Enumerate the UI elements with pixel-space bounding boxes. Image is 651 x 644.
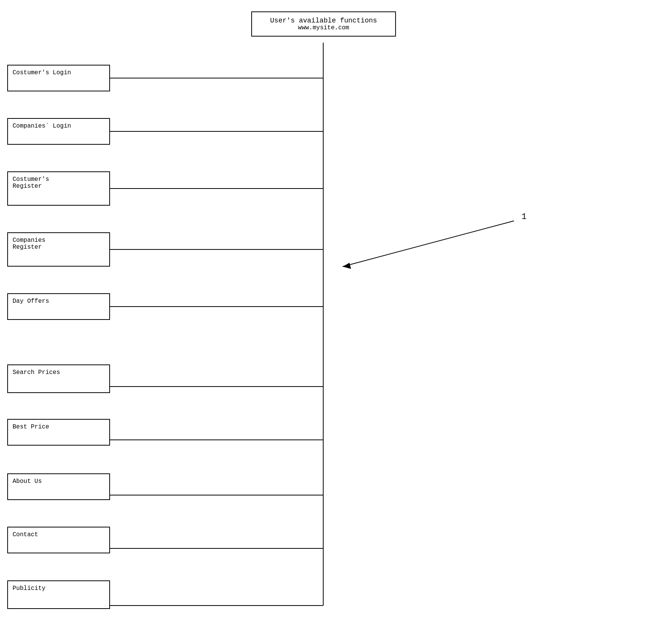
root-subtitle: www.mysite.com	[258, 24, 389, 31]
leaf-box-companies-login[interactable]: Companies` Login	[7, 118, 110, 145]
leaf-box-costumer-register[interactable]: Costumer's Register	[7, 171, 110, 206]
leaf-box-about-us[interactable]: About Us	[7, 473, 110, 500]
leaf-box-costumer-login[interactable]: Costumer's Login	[7, 65, 110, 91]
svg-marker-12	[343, 263, 351, 269]
svg-line-11	[343, 221, 514, 267]
leaf-box-companies-register[interactable]: Companies Register	[7, 232, 110, 267]
root-node-box: User's available functions www.mysite.co…	[251, 11, 396, 37]
leaf-box-best-price[interactable]: Best Price	[7, 419, 110, 446]
diagram-container: User's available functions www.mysite.co…	[0, 0, 651, 644]
leaf-box-search-prices[interactable]: Search Prices	[7, 364, 110, 393]
svg-text:1: 1	[522, 212, 527, 222]
root-title: User's available functions	[258, 17, 389, 24]
leaf-box-publicity[interactable]: Publicity	[7, 580, 110, 609]
leaf-box-day-offers[interactable]: Day Offers	[7, 293, 110, 320]
leaf-box-contact[interactable]: Contact	[7, 527, 110, 553]
